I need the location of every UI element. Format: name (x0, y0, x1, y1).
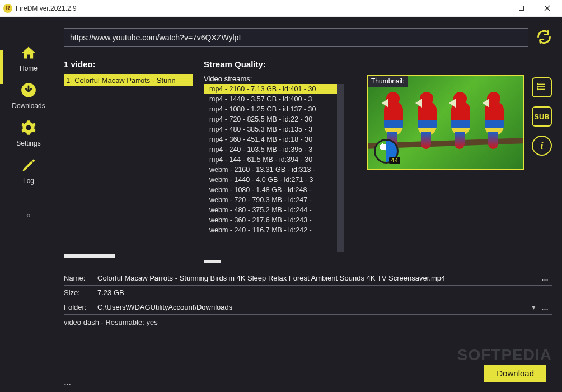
stream-list-item[interactable]: webm - 2160 - 13.31 GB - id:313 - (204, 165, 337, 175)
window-close-button[interactable] (534, 1, 560, 16)
refresh-icon[interactable] (536, 29, 552, 46)
download-icon (20, 82, 37, 100)
window-maximize-button[interactable] (508, 1, 534, 16)
playlist-button[interactable] (532, 77, 552, 97)
stream-list-item[interactable]: webm - 240 - 116.7 MB - id:242 - (204, 225, 337, 235)
watermark: SOFTPEDIA (457, 346, 552, 364)
download-button[interactable]: Download (484, 365, 546, 382)
size-label: Size: (64, 288, 97, 297)
name-label: Name: (64, 274, 97, 282)
thumbnail-preview: Thumbnail: (367, 75, 524, 170)
sidebar-item-label: Log (23, 177, 34, 185)
more-icon[interactable]: … (64, 378, 71, 386)
svg-point-8 (537, 83, 538, 85)
sidebar-item-label: Downloads (12, 102, 45, 110)
svg-point-9 (537, 86, 538, 87)
stream-list-item[interactable]: webm - 480 - 375.2 MB - id:244 - (204, 205, 337, 215)
window-titlebar: R FireDM ver.2021.2.9 (0, 0, 562, 17)
app-icon: R (3, 4, 12, 13)
info-icon: i (540, 140, 543, 152)
thumbnail-label: Thumbnail: (367, 75, 408, 87)
folder-browse-button[interactable]: … (538, 303, 552, 311)
stream-list-item[interactable]: mp4 - 240 - 103.5 MB - id:395 - 3 (204, 144, 337, 155)
stream-list-item[interactable]: webm - 1440 - 4.0 GB - id:271 - 3 (204, 175, 337, 185)
stream-list-item[interactable]: mp4 - 360 - 451.4 MB - id:18 - 30 (204, 134, 337, 144)
main-panel: 1 video: 1- Colorful Macaw Parrots - Stu… (54, 17, 562, 392)
home-icon (20, 45, 37, 62)
resolution-badge-icon (374, 139, 399, 164)
sidebar: Home Downloads Settings Log « (3, 17, 54, 392)
sidebar-collapse-handle[interactable]: « (26, 211, 31, 220)
stream-list-item[interactable]: webm - 1080 - 1.48 GB - id:248 - (204, 185, 337, 195)
svg-rect-1 (519, 6, 523, 11)
stream-list-item[interactable]: webm - 720 - 790.3 MB - id:247 - (204, 195, 337, 205)
folder-label: Folder: (64, 303, 97, 311)
url-input[interactable] (64, 28, 528, 47)
stream-list-item[interactable]: mp4 - 1440 - 3.57 GB - id:400 - 3 (204, 94, 337, 104)
sidebar-item-settings[interactable]: Settings (16, 120, 40, 147)
stream-list-scrollbar[interactable] (204, 260, 344, 263)
gear-icon (20, 120, 37, 137)
stream-list[interactable]: mp4 - 2160 - 7.13 GB - id:401 - 30mp4 - … (204, 84, 344, 252)
folder-value: C:\Users\WDAGUtilityAccount\Downloads (97, 303, 530, 311)
subtitles-label: SUB (534, 113, 549, 121)
stream-quality-column: Stream Quality: Video streams: mp4 - 216… (204, 59, 344, 263)
video-list-scrollbar[interactable] (64, 254, 193, 258)
sidebar-item-home[interactable]: Home (20, 45, 38, 72)
name-value: Colorful Macaw Parrots - Stunning Birds … (97, 274, 538, 282)
svg-point-10 (537, 88, 538, 90)
subtitles-button[interactable]: SUB (532, 106, 552, 127)
stream-list-item[interactable]: webm - 360 - 217.6 MB - id:243 - (204, 215, 337, 225)
sidebar-item-label: Settings (16, 139, 40, 147)
name-more-button[interactable]: … (538, 274, 552, 282)
stream-list-item[interactable]: mp4 - 480 - 385.3 MB - id:135 - 3 (204, 124, 337, 134)
video-list-item[interactable]: 1- Colorful Macaw Parrots - Stunn (64, 74, 193, 86)
status-line: video dash - Resumable: yes (64, 315, 552, 326)
pencil-icon (20, 157, 37, 175)
sidebar-item-log[interactable]: Log (20, 157, 37, 185)
size-value: 7.23 GB (97, 288, 552, 297)
stream-list-item[interactable]: mp4 - 1080 - 1.25 GB - id:137 - 30 (204, 104, 337, 114)
sidebar-item-label: Home (20, 64, 38, 72)
details-panel: Name: Colorful Macaw Parrots - Stunning … (64, 271, 552, 326)
folder-dropdown[interactable]: ▾ (530, 303, 538, 311)
video-list-header: 1 video: (64, 59, 193, 69)
sidebar-item-downloads[interactable]: Downloads (12, 82, 45, 110)
stream-section-label: Video streams: (204, 74, 344, 83)
window-title: FireDM ver.2021.2.9 (16, 4, 77, 12)
window-minimize-button[interactable] (483, 1, 508, 16)
list-icon (537, 82, 547, 94)
info-button[interactable]: i (532, 136, 552, 156)
stream-list-item[interactable]: mp4 - 144 - 61.5 MB - id:394 - 30 (204, 155, 337, 165)
stream-list-item[interactable]: mp4 - 720 - 825.5 MB - id:22 - 30 (204, 114, 337, 124)
video-list-column: 1 video: 1- Colorful Macaw Parrots - Stu… (64, 59, 193, 258)
stream-list-item[interactable]: mp4 - 2160 - 7.13 GB - id:401 - 30 (204, 84, 337, 94)
stream-quality-header: Stream Quality: (204, 59, 344, 69)
